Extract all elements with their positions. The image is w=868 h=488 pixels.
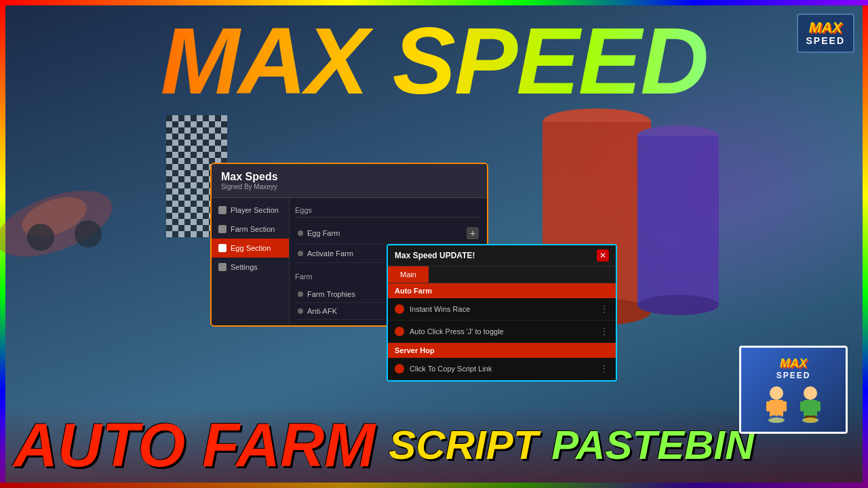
dialog-title: Max Speed UPDATE! (395, 251, 475, 260)
sidebar-item-player[interactable]: Player Section (212, 201, 289, 220)
logo-max-text: MAX (806, 20, 845, 35)
anti-afk-label: Anti-AFK (307, 307, 337, 315)
svg-rect-24 (800, 401, 806, 411)
instant-wins-row: Instant Wins Race ⋮ (388, 298, 616, 321)
egg-farm-plus-btn[interactable]: + (467, 227, 479, 239)
bottom-auto-farm-text: AUTO FARM (14, 415, 375, 476)
farm-trophies-dot (298, 291, 303, 297)
svg-rect-25 (815, 401, 821, 411)
gui-title: Max Speds (221, 171, 477, 183)
egg-farm-label-group: Egg Farm (298, 229, 340, 237)
copy-script-icon (395, 364, 404, 373)
auto-click-dots[interactable]: ⋮ (599, 326, 609, 337)
sidebar-item-egg[interactable]: Egg Section (212, 239, 289, 258)
sidebar-settings-label: Settings (231, 263, 258, 271)
svg-point-14 (637, 295, 719, 315)
svg-point-21 (768, 418, 785, 423)
dialog-body: Auto Farm Instant Wins Race ⋮ Auto Click… (388, 283, 616, 380)
main-title: MAX SPEED (0, 14, 868, 108)
instant-wins-icon (395, 304, 404, 314)
thumbnail-logo-group: MAX SPEED (776, 357, 811, 380)
anti-afk-label-group: Anti-AFK (298, 307, 337, 315)
gui-header: Max Speds Signed By Maxeyy (212, 164, 487, 198)
auto-farm-header: Auto Farm (388, 283, 616, 298)
sidebar-item-settings[interactable]: Settings (212, 258, 289, 277)
sidebar-item-farm[interactable]: Farm Section (212, 220, 289, 239)
close-icon: ✕ (599, 251, 606, 260)
dialog-tabs: Main (388, 266, 616, 283)
tab-main-label: Main (400, 270, 416, 279)
activate-farm-label-group: Activate Farm (298, 249, 353, 258)
svg-rect-17 (766, 401, 772, 411)
logo-speed-text: SPEED (806, 35, 845, 46)
thumbnail-logo-speed: SPEED (776, 371, 811, 380)
dialog-close-button[interactable]: ✕ (597, 249, 609, 262)
auto-click-icon (395, 327, 404, 336)
activate-farm-label: Activate Farm (307, 249, 353, 258)
instant-wins-dots[interactable]: ⋮ (599, 304, 609, 314)
activate-farm-dot (298, 251, 303, 256)
anti-afk-dot (298, 308, 303, 314)
gui-subtitle: Signed By Maxeyy (221, 183, 477, 190)
svg-point-15 (770, 386, 783, 400)
thumbnail-characters (760, 383, 827, 424)
auto-click-label: Auto Click Press 'J' to toggle (410, 327, 504, 336)
egg-farm-row: Egg Farm + (295, 223, 481, 244)
game-thumbnail: MAX SPEED (739, 346, 848, 434)
farm-icon (218, 225, 226, 233)
tab-main[interactable]: Main (388, 266, 429, 283)
bottom-pastebin-text: PASTEBIN (551, 425, 754, 466)
farm-trophies-label-group: Farm Trophies (298, 290, 355, 298)
settings-icon (218, 263, 226, 271)
farm-trophies-label: Farm Trophies (307, 290, 355, 298)
thumbnail-inner: MAX SPEED (741, 348, 846, 432)
bottom-title-row: AUTO FARM SCRIPT PASTEBIN (14, 415, 854, 476)
svg-point-22 (804, 386, 817, 400)
svg-point-28 (802, 418, 818, 423)
auto-click-left: Auto Click Press 'J' to toggle (395, 327, 504, 336)
gui-sidebar: Player Section Farm Section Egg Section … (212, 198, 290, 325)
auto-click-row: Auto Click Press 'J' to toggle ⋮ (388, 321, 616, 343)
instant-wins-left: Instant Wins Race (395, 304, 470, 314)
sidebar-farm-label: Farm Section (231, 225, 275, 233)
dialog-titlebar: Max Speed UPDATE! ✕ (388, 245, 616, 266)
copy-script-dots[interactable]: ⋮ (599, 363, 609, 374)
copy-script-label: Click To Copy Script Link (410, 365, 492, 373)
player-icon (218, 206, 226, 214)
egg-farm-dot (298, 230, 303, 236)
max-speed-logo: MAX SPEED (797, 14, 854, 53)
sidebar-egg-label: Egg Section (231, 244, 271, 252)
svg-rect-13 (637, 136, 719, 305)
svg-rect-18 (781, 401, 787, 411)
server-hop-header: Server Hop (388, 343, 616, 358)
thumbnail-logo-max: MAX (776, 357, 811, 371)
copy-script-left: Click To Copy Script Link (395, 364, 492, 373)
egg-farm-label: Egg Farm (307, 229, 340, 237)
egg-icon (218, 244, 226, 252)
sidebar-player-label: Player Section (231, 206, 279, 214)
update-dialog: Max Speed UPDATE! ✕ Main Auto Farm Insta… (387, 244, 617, 382)
content-eggs-label: Eggs (295, 203, 481, 218)
instant-wins-label: Instant Wins Race (410, 305, 470, 313)
bottom-script-text: SCRIPT (389, 425, 538, 466)
copy-script-row: Click To Copy Script Link ⋮ (388, 358, 616, 380)
svg-point-8 (75, 220, 102, 247)
svg-point-7 (27, 224, 54, 251)
egg-farm-actions: + (467, 227, 479, 239)
